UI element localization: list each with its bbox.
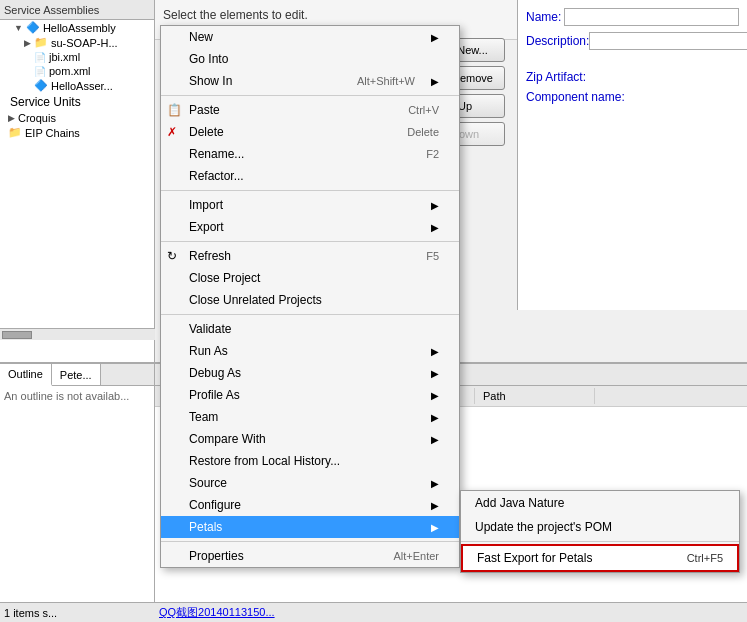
menu-close-unrelated[interactable]: Close Unrelated Projects: [161, 289, 459, 311]
arrow-icon: ▶: [431, 346, 439, 357]
menu-rename[interactable]: Rename... F2: [161, 143, 459, 165]
croquis-section[interactable]: ▶ Croquis: [0, 111, 154, 125]
bottom-left-status: 1 items s...: [0, 602, 155, 622]
prop-zip-label: Zip Artifact:: [526, 70, 626, 84]
eip-chains-item[interactable]: 📁 EIP Chains: [0, 125, 154, 140]
status-text: 1 items s...: [4, 607, 57, 619]
outline-panel: Outline Pete... An outline is not availa…: [0, 362, 155, 622]
menu-show-in[interactable]: Show In Alt+Shift+W ▶: [161, 70, 459, 92]
menu-team-label: Team: [189, 410, 218, 424]
arrow-icon: ▶: [431, 32, 439, 43]
prop-row-description: Description:: [526, 32, 739, 50]
paste-icon: 📋: [167, 103, 182, 117]
menu-paste[interactable]: 📋 Paste Ctrl+V: [161, 99, 459, 121]
delete-icon: ✗: [167, 125, 177, 139]
folder-icon: 📁: [34, 36, 48, 49]
menu-source-label: Source: [189, 476, 227, 490]
tree-item-pom-xml[interactable]: 📄 pom.xml: [0, 64, 154, 78]
arrow-icon: ▶: [431, 412, 439, 423]
menu-compare-with[interactable]: Compare With ▶: [161, 428, 459, 450]
tree-item-hello-assembly[interactable]: ▼ 🔷 HelloAssembly: [0, 20, 154, 35]
tab-petals[interactable]: Pete...: [52, 364, 101, 385]
delete-shortcut: Delete: [407, 126, 439, 138]
properties-shortcut: Alt+Enter: [393, 550, 439, 562]
menu-import[interactable]: Import ▶: [161, 194, 459, 216]
menu-validate[interactable]: Validate: [161, 318, 459, 340]
menu-properties[interactable]: Properties Alt+Enter: [161, 545, 459, 567]
refresh-shortcut: F5: [426, 250, 439, 262]
add-java-nature-label: Add Java Nature: [475, 496, 564, 510]
separator-3: [161, 241, 459, 242]
folder-icon: 📁: [8, 126, 22, 139]
menu-debug-as[interactable]: Debug As ▶: [161, 362, 459, 384]
menu-restore-label: Restore from Local History...: [189, 454, 340, 468]
submenu-update-pom[interactable]: Update the project's POM: [461, 515, 739, 539]
service-units-section[interactable]: Service Units: [0, 93, 154, 111]
expand-arrow: ▶: [24, 38, 31, 48]
outline-content: An outline is not availab...: [0, 386, 154, 406]
fast-export-shortcut: Ctrl+F5: [687, 552, 723, 564]
menu-refactor[interactable]: Refactor...: [161, 165, 459, 187]
outline-tabs: Outline Pete...: [0, 364, 154, 386]
menu-run-as[interactable]: Run As ▶: [161, 340, 459, 362]
separator-1: [161, 95, 459, 96]
menu-go-into[interactable]: Go Into: [161, 48, 459, 70]
tree-label: pom.xml: [49, 65, 91, 77]
menu-source[interactable]: Source ▶: [161, 472, 459, 494]
tab-outline[interactable]: Outline: [0, 364, 52, 386]
tree-label: HelloAsser...: [51, 80, 113, 92]
menu-export[interactable]: Export ▶: [161, 216, 459, 238]
expand-arrow: ▼: [14, 23, 23, 33]
menu-close-project-label: Close Project: [189, 271, 260, 285]
prop-row-zip: Zip Artifact: Component name:: [526, 70, 739, 104]
new-button-label: New...: [457, 44, 488, 56]
petals-submenu: Add Java Nature Update the project's POM…: [460, 490, 740, 573]
menu-close-project[interactable]: Close Project: [161, 267, 459, 289]
submenu-fast-export[interactable]: Fast Export for Petals Ctrl+F5: [461, 544, 739, 572]
col-path: Path: [475, 388, 595, 404]
prop-name-input[interactable]: [564, 8, 739, 26]
submenu-add-java-nature[interactable]: Add Java Nature: [461, 491, 739, 515]
arrow-icon: ▶: [431, 222, 439, 233]
menu-refresh-label: Refresh: [189, 249, 231, 263]
arrow-icon: ▶: [431, 390, 439, 401]
tree-item-jbi-xml[interactable]: 📄 jbi.xml: [0, 50, 154, 64]
menu-configure-label: Configure: [189, 498, 241, 512]
menu-petals-label: Petals: [189, 520, 222, 534]
tree-label: jbi.xml: [49, 51, 80, 63]
explorer-header: Service Assemblies: [0, 0, 154, 20]
menu-restore[interactable]: Restore from Local History...: [161, 450, 459, 472]
menu-team[interactable]: Team ▶: [161, 406, 459, 428]
prop-description-input[interactable]: [589, 32, 747, 50]
outline-message: An outline is not availab...: [4, 390, 129, 402]
tree-item-hello-asser[interactable]: 🔷 HelloAsser...: [0, 78, 154, 93]
scroll-handle[interactable]: [2, 331, 32, 339]
menu-close-unrelated-label: Close Unrelated Projects: [189, 293, 322, 307]
prop-name-label: Name:: [526, 10, 564, 24]
menu-rename-label: Rename...: [189, 147, 244, 161]
arrow-icon: ▶: [431, 434, 439, 445]
submenu-separator: [461, 541, 739, 542]
arrow-icon: ▶: [431, 478, 439, 489]
xml-icon: 📄: [34, 66, 46, 77]
arrow-icon: ▶: [431, 522, 439, 533]
arrow-icon: ▶: [431, 200, 439, 211]
separator-4: [161, 314, 459, 315]
status-bar: QQ截图20140113150...: [155, 602, 747, 622]
menu-new[interactable]: New ▶: [161, 26, 459, 48]
menu-petals[interactable]: Petals ▶: [161, 516, 459, 538]
menu-run-as-label: Run As: [189, 344, 228, 358]
menu-delete[interactable]: ✗ Delete Delete: [161, 121, 459, 143]
menu-properties-label: Properties: [189, 549, 244, 563]
h-scrollbar[interactable]: [0, 328, 155, 340]
menu-show-in-label: Show In: [189, 74, 232, 88]
menu-configure[interactable]: Configure ▶: [161, 494, 459, 516]
select-elements-text: Select the elements to edit.: [163, 8, 308, 22]
menu-refresh[interactable]: ↻ Refresh F5: [161, 245, 459, 267]
menu-profile-as[interactable]: Profile As ▶: [161, 384, 459, 406]
tree-item-su-soap[interactable]: ▶ 📁 su-SOAP-H...: [0, 35, 154, 50]
arrow-icon: ▶: [431, 368, 439, 379]
menu-paste-label: Paste: [189, 103, 220, 117]
status-link[interactable]: QQ截图20140113150...: [159, 605, 275, 620]
prop-component-row: Component name:: [526, 90, 739, 104]
